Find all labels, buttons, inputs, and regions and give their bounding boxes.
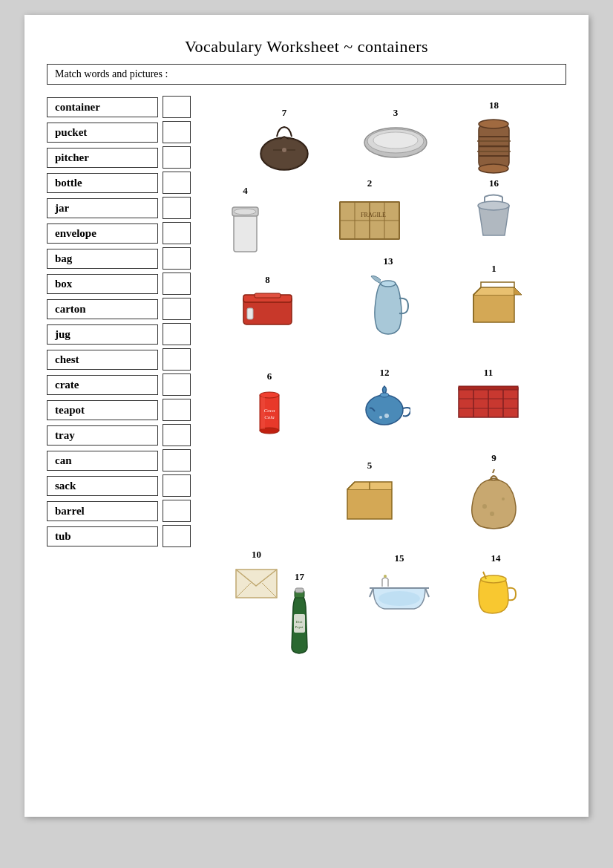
word-label-bottle: bottle <box>47 173 158 193</box>
picture-number: 7 <box>255 107 314 119</box>
picture-number: 11 <box>455 367 522 379</box>
word-label-box: box <box>47 274 158 294</box>
picture-svg <box>232 562 281 603</box>
answer-box-barrel[interactable] <box>163 500 191 522</box>
answer-box-sack[interactable] <box>163 474 191 497</box>
worksheet-page: Vocabulary Worksheet ~ containers Match … <box>24 15 589 817</box>
pictures-area: 7 3 18 4 2 FRAGILE 16 <box>217 96 566 764</box>
answer-box-crate[interactable] <box>163 373 191 396</box>
picture-item-11: 11 <box>455 367 522 421</box>
svg-point-3 <box>282 148 286 152</box>
answer-box-can[interactable] <box>163 449 191 471</box>
word-label-tub: tub <box>47 526 158 546</box>
svg-point-35 <box>381 281 396 287</box>
picture-item-13: 13 <box>362 255 414 339</box>
word-row: carton <box>47 298 210 320</box>
word-label-can: can <box>47 451 158 471</box>
answer-box-jug[interactable] <box>163 323 191 345</box>
picture-number: 15 <box>366 552 433 564</box>
svg-rect-60 <box>295 588 304 593</box>
word-row: box <box>47 273 210 295</box>
picture-number: 4 <box>225 185 266 197</box>
word-label-pucket: pucket <box>47 123 158 143</box>
svg-point-69 <box>378 591 420 606</box>
picture-svg <box>340 473 399 521</box>
answer-box-tray[interactable] <box>163 424 191 446</box>
word-row: bottle <box>47 172 210 194</box>
word-label-envelope: envelope <box>47 223 158 244</box>
svg-text:Cola: Cola <box>264 414 275 420</box>
picture-item-4: 4 <box>225 185 266 258</box>
picture-number: 8 <box>240 274 295 286</box>
answer-box-box[interactable] <box>163 273 191 295</box>
picture-svg <box>470 113 518 176</box>
svg-rect-53 <box>347 489 392 519</box>
picture-item-5: 5 <box>340 460 399 521</box>
answer-box-container[interactable] <box>163 96 191 118</box>
picture-item-8: 8 <box>240 274 295 328</box>
answer-box-bottle[interactable] <box>163 172 191 194</box>
instruction-box: Match words and pictures : <box>47 64 566 85</box>
answer-box-pucket[interactable] <box>163 121 191 143</box>
picture-number: 1 <box>466 263 522 275</box>
picture-item-12: 12 <box>358 367 410 428</box>
word-label-teapot: teapot <box>47 400 158 420</box>
picture-number: 16 <box>470 177 518 189</box>
svg-point-17 <box>234 209 256 215</box>
word-label-crate: crate <box>47 375 158 395</box>
word-list: containerpucketpitcherbottlejarenvelopeb… <box>47 96 210 764</box>
word-row: container <box>47 96 210 118</box>
word-label-tray: tray <box>47 425 158 446</box>
svg-point-43 <box>380 393 389 397</box>
svg-rect-33 <box>255 293 281 298</box>
word-label-carton: carton <box>47 299 158 319</box>
word-label-sack: sack <box>47 476 158 496</box>
answer-box-pitcher[interactable] <box>163 146 191 169</box>
picture-item-6: 6 Coca Cola <box>251 371 288 440</box>
picture-number: 12 <box>358 367 410 379</box>
word-label-jar: jar <box>47 198 158 218</box>
picture-number: 3 <box>362 107 429 119</box>
word-row: tub <box>47 525 210 547</box>
picture-item-14: 14 <box>470 552 522 618</box>
picture-number: 6 <box>251 371 288 382</box>
picture-item-10: 10 <box>232 549 281 603</box>
picture-item-18: 18 <box>470 99 518 176</box>
word-row: bag <box>47 247 210 270</box>
word-row: jug <box>47 323 210 345</box>
picture-svg <box>225 198 266 258</box>
picture-svg <box>470 566 522 618</box>
answer-box-chest[interactable] <box>163 348 191 371</box>
word-row: can <box>47 449 210 471</box>
answer-box-envelope[interactable] <box>163 222 191 244</box>
picture-svg <box>255 120 314 172</box>
picture-number: 2 <box>336 177 403 189</box>
answer-box-carton[interactable] <box>163 298 191 320</box>
svg-point-55 <box>482 504 487 509</box>
word-row: barrel <box>47 500 210 522</box>
word-row: teapot <box>47 399 210 421</box>
picture-number: 5 <box>340 460 399 471</box>
svg-point-8 <box>479 120 508 128</box>
word-row: chest <box>47 348 210 371</box>
svg-text:FRAGILE: FRAGILE <box>361 212 386 218</box>
answer-box-bag[interactable] <box>163 247 191 270</box>
svg-line-68 <box>425 588 429 597</box>
picture-svg <box>358 380 410 428</box>
svg-point-44 <box>384 414 389 418</box>
svg-point-45 <box>379 416 382 419</box>
picture-item-15: 15 <box>366 552 433 610</box>
answer-box-tub[interactable] <box>163 525 191 547</box>
word-label-pitcher: pitcher <box>47 148 158 168</box>
picture-svg <box>466 276 522 328</box>
picture-item-9: 9 <box>466 452 522 532</box>
svg-point-1 <box>262 139 306 169</box>
picture-number: 10 <box>232 549 281 561</box>
word-row: pitcher <box>47 146 210 169</box>
word-label-container: container <box>47 97 158 117</box>
answer-box-jar[interactable] <box>163 197 191 219</box>
word-label-barrel: barrel <box>47 501 158 521</box>
answer-box-teapot[interactable] <box>163 399 191 421</box>
svg-text:Coca: Coca <box>264 408 275 414</box>
picture-svg: Diet Pepsi <box>283 584 316 659</box>
